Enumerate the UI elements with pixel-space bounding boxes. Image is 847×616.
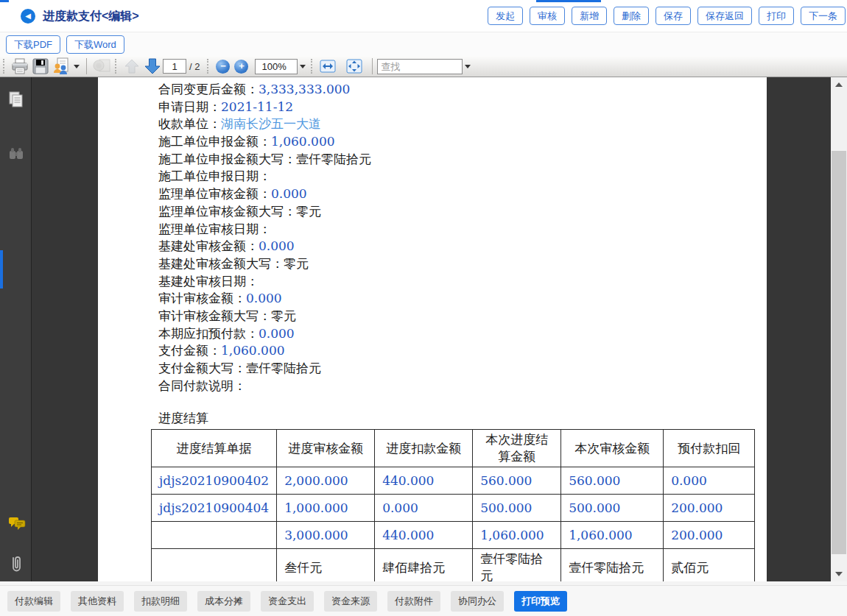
table-cell: 500.000 [473,495,561,522]
document-field-3: 施工单位申报金额：1,060.000 [158,133,755,151]
toolbar-separator [86,58,87,74]
table-cell: 2,000.000 [277,467,375,495]
header-button-1[interactable]: 审核 [530,7,565,25]
tab-付款编辑[interactable]: 付款编辑 [7,591,60,612]
pdf-document-page: 合同变更后金额：3,333,333.000申请日期：2021-11-12收款单位… [98,77,767,581]
toolbar-separator [372,58,373,74]
field-value: 2021-11-12 [221,99,293,114]
header-button-4[interactable]: 保存 [656,7,691,25]
comments-panel-icon[interactable] [7,515,25,533]
next-page-icon[interactable] [142,57,163,75]
field-label: 合同付款说明： [158,378,246,393]
table-cell: 200.000 [664,495,755,522]
zoom-out-icon[interactable]: − [216,60,230,74]
scroll-up-icon[interactable] [831,77,847,92]
page-number-input[interactable] [163,59,186,74]
document-field-14: 本期应扣预付款：0.000 [158,325,755,343]
previous-page-icon [122,57,142,75]
pdf-sidebar [0,77,32,581]
save-icon[interactable] [30,57,51,75]
table-header-cell: 本次进度结算金额 [473,430,561,467]
field-value: 零元 [284,256,309,271]
scrollbar-thumb[interactable] [832,151,846,554]
table-cell: 肆佰肆拾元 [375,549,473,587]
fit-page-icon[interactable] [344,57,365,75]
zoom-dropdown-caret[interactable] [300,65,306,68]
field-label: 基建处审核日期： [158,274,259,288]
tab-资金来源[interactable]: 资金来源 [324,591,377,612]
table-header-cell: 预付款扣回 [664,430,755,467]
table-cell: 壹仟零陆拾元 [473,549,561,587]
header-bar: ◀ 进度款支付<编辑> 发起审核新增删除保存保存返回打印下一条 [0,0,847,32]
table-cell: 1,060.000 [561,522,664,549]
field-label: 审计审核金额： [158,291,246,305]
header-button-0[interactable]: 发起 [488,7,523,25]
field-value: 0.000 [259,238,295,253]
document-field-8: 监理单位审核日期： [158,221,755,238]
attachments-panel-icon[interactable] [7,554,25,572]
field-value: 湖南长沙五一大道 [221,116,321,131]
fit-width-icon[interactable] [317,57,338,75]
tab-付款附件[interactable]: 付款附件 [387,591,440,612]
top-accent-mid [536,0,601,2]
tab-扣款明细[interactable]: 扣款明细 [134,591,187,612]
field-value: 3,333,333.000 [259,82,350,96]
download-button-1[interactable]: 下载Word [66,35,124,54]
tab-协同办公[interactable]: 协同办公 [451,591,504,612]
document-fields: 合同变更后金额：3,333,333.000申请日期：2021-11-12收款单位… [158,81,755,394]
field-value: 0.000 [271,186,307,201]
field-label: 支付金额： [158,343,221,358]
app-window: ◀ 进度款支付<编辑> 发起审核新增删除保存保存返回打印下一条 下载PDF下载W… [0,0,847,616]
zoom-level-select[interactable]: 100% [255,59,298,74]
header-button-7[interactable]: 下一条 [801,7,846,25]
search-panel-icon[interactable] [7,145,25,163]
field-value: 0.000 [246,291,282,305]
header-action-buttons: 发起审核新增删除保存保存返回打印下一条 [488,7,846,25]
table-cell: 500.000 [561,495,664,522]
table-header-cell: 本次审核金额 [561,430,664,467]
share-dropdown-caret[interactable] [74,65,80,68]
settlement-table: 进度结算单据进度审核金额进度扣款金额本次进度结算金额本次审核金额预付款扣回 jd… [151,429,755,587]
search-dropdown-caret[interactable] [465,65,471,68]
tab-成本分摊[interactable]: 成本分摊 [197,591,250,612]
settlement-section-title: 进度结算 [158,410,755,428]
header-button-3[interactable]: 删除 [614,7,649,25]
document-field-5: 施工单位申报日期： [158,168,755,185]
pdf-scrollbar[interactable] [831,77,847,581]
document-field-13: 审计审核金额大写：零元 [158,308,755,325]
tab-资金支出[interactable]: 资金支出 [261,591,314,612]
field-label: 监理单位审核日期： [158,222,271,236]
document-field-1: 申请日期：2021-11-12 [158,99,755,116]
document-content: 合同变更后金额：3,333,333.000申请日期：2021-11-12收款单位… [158,81,755,428]
tab-打印预览[interactable]: 打印预览 [514,591,567,612]
print-icon[interactable] [10,57,30,75]
download-bar: 下载PDF下载Word [0,32,847,56]
download-button-0[interactable]: 下载PDF [6,35,60,54]
document-field-2: 收款单位：湖南长沙五一大道 [158,116,755,133]
tab-其他资料[interactable]: 其他资料 [71,591,124,612]
document-field-7: 监理单位审核金额大写：零元 [158,203,755,221]
back-button[interactable]: ◀ [21,9,35,24]
zoom-in-icon[interactable]: + [234,60,248,74]
pdf-viewer-area: 合同变更后金额：3,333,333.000申请日期：2021-11-12收款单位… [0,77,847,581]
table-cell: jdjs20210900402 [152,467,277,495]
header-button-6[interactable]: 打印 [759,7,794,25]
scroll-down-icon[interactable] [831,567,847,581]
search-input[interactable] [377,59,463,74]
table-cell [152,522,277,549]
table-cell: 贰佰元 [664,549,755,587]
document-field-15: 支付金额：1,060.000 [158,342,755,360]
pages-panel-icon[interactable] [7,91,25,108]
header-button-5[interactable]: 保存返回 [697,7,752,25]
field-label: 本期应扣预付款： [158,326,259,341]
share-collab-icon[interactable] [51,57,71,75]
field-value: 零元 [296,204,321,219]
field-value: 1,060.000 [271,134,335,149]
top-accent-left [0,0,9,2]
snapshot-icon [91,57,112,75]
header-button-2[interactable]: 新增 [572,7,607,25]
back-icon: ◀ [25,12,31,20]
document-field-4: 施工单位申报金额大写：壹仟零陆拾元 [158,151,755,169]
document-field-17: 合同付款说明： [158,378,755,395]
document-field-0: 合同变更后金额：3,333,333.000 [158,81,755,99]
